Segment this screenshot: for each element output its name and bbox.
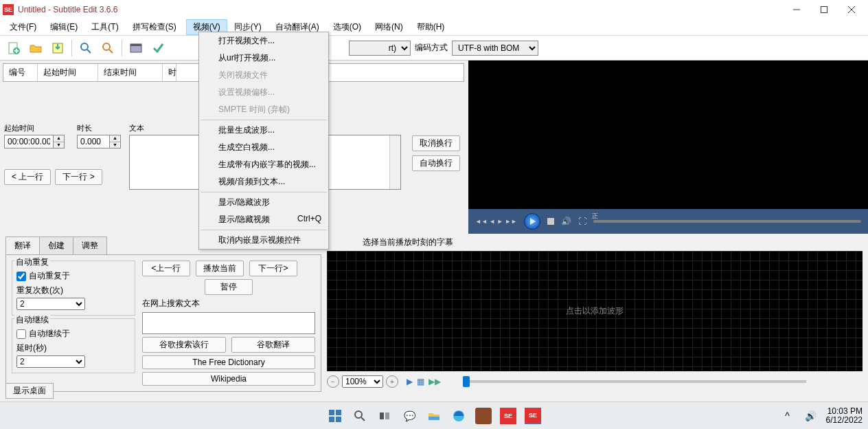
progress-bar[interactable]	[593, 220, 861, 223]
menu-help[interactable]: 帮助(H)	[410, 19, 452, 35]
taskbar-chat-icon[interactable]: 💬	[401, 408, 418, 424]
svg-rect-15	[429, 417, 439, 420]
svg-point-4	[81, 43, 88, 50]
play-button[interactable]	[524, 213, 540, 230]
fullscreen-button[interactable]: ⛶	[578, 217, 586, 226]
waveform-toolbar: − 100% + ▶ ▦ ▶▶	[327, 373, 863, 390]
skip-buttons[interactable]: ◄◄ ◄ ► ►►	[475, 218, 517, 225]
duration-input[interactable]	[77, 135, 110, 148]
tab-adjust[interactable]: 调整	[73, 236, 107, 254]
menu-batch-gen-waveform[interactable]: 批量生成波形...	[199, 122, 328, 139]
start-button[interactable]	[327, 408, 343, 424]
spellcheck-button[interactable]	[148, 38, 168, 58]
format-select[interactable]: rt)	[349, 41, 411, 56]
search-web-input[interactable]	[142, 312, 315, 334]
replace-button[interactable]	[98, 38, 117, 58]
svg-point-5	[103, 43, 110, 50]
start-time-input[interactable]	[4, 135, 54, 148]
zoom-in-button[interactable]: +	[386, 375, 398, 388]
menu-gen-embed-video[interactable]: 生成带有内嵌字幕的视频...	[199, 156, 328, 173]
menu-file[interactable]: 文件(F)	[3, 19, 43, 35]
zoom-out-button[interactable]: −	[327, 375, 339, 388]
tray-chevron-icon[interactable]: ^	[779, 408, 796, 424]
tray-clock[interactable]: 10:03 PM 6/12/2022	[826, 407, 863, 425]
taskbar-explorer-icon[interactable]	[426, 408, 442, 424]
menu-gen-blank-video[interactable]: 生成空白视频...	[199, 139, 328, 156]
taskbar-se-icon-active[interactable]: SE	[525, 408, 541, 424]
maximize-button[interactable]	[810, 0, 838, 19]
new-file-button[interactable]	[4, 38, 23, 58]
menu-cancel-embed-controls[interactable]: 取消内嵌显示视频控件	[199, 232, 328, 249]
task-view-icon[interactable]	[376, 408, 393, 424]
waveform-slider-thumb[interactable]	[463, 376, 470, 387]
zoom-select[interactable]: 100%	[342, 375, 383, 388]
search-button[interactable]	[76, 38, 95, 58]
volume-button[interactable]: 🔊	[561, 217, 571, 226]
tab-translate[interactable]: 翻译	[5, 236, 40, 254]
menu-open-video-file[interactable]: 打开视频文件...	[199, 32, 328, 50]
auto-continue-checkbox[interactable]	[16, 329, 26, 339]
auto-repeat-checkbox[interactable]	[16, 272, 26, 281]
menu-toggle-waveform[interactable]: 显示/隐藏波形	[199, 194, 328, 211]
cancel-wrap-button[interactable]: 取消换行	[412, 135, 460, 151]
taskbar-search-icon[interactable]	[352, 408, 368, 424]
stop-button[interactable]	[547, 218, 554, 225]
pause-button[interactable]: 暂停	[205, 279, 253, 295]
menu-network[interactable]: 网络(N)	[368, 19, 410, 35]
wave-skip-button[interactable]: ▶▶	[429, 377, 441, 386]
auto-repeat-label: 自动重复	[14, 256, 50, 268]
menu-toggle-video[interactable]: 显示/隐藏视频Ctrl+Q	[199, 211, 328, 228]
text-scrollbar[interactable]	[389, 135, 400, 189]
menu-options[interactable]: 选项(O)	[326, 19, 368, 35]
duration-label: 时长	[77, 123, 121, 133]
toolbar: rt) 编码方式 UTF-8 with BOM	[0, 36, 868, 60]
svg-rect-9	[336, 410, 341, 415]
waveform-slider[interactable]	[463, 380, 806, 383]
prev-line-button[interactable]: < 上一行	[4, 169, 51, 185]
taskbar-edge-icon[interactable]	[450, 408, 467, 424]
repeat-count-select[interactable]: 2	[16, 298, 85, 310]
visual-sync-button[interactable]	[126, 38, 146, 58]
open-file-button[interactable]	[26, 38, 45, 58]
close-button[interactable]	[838, 0, 865, 19]
next-line-button[interactable]: 下一行 >	[55, 169, 102, 185]
prev-line-play-button[interactable]: <上一行	[142, 261, 190, 276]
search-web-label: 在网上搜索文本	[142, 298, 315, 309]
free-dictionary-button[interactable]: The Free Dictionary	[142, 355, 315, 369]
play-current-button[interactable]: 播放当前	[196, 261, 244, 276]
wave-grid-button[interactable]: ▦	[417, 377, 424, 386]
menu-video-to-text[interactable]: 视频/音频到文本...	[199, 173, 328, 190]
start-time-stepper[interactable]: ▲▼	[54, 135, 65, 148]
taskbar-se-icon[interactable]: SE	[500, 408, 516, 424]
google-search-line-button[interactable]: 谷歌搜索该行	[142, 337, 226, 353]
col-start[interactable]: 起始时间	[38, 64, 98, 81]
waveform-hint: 点击以添加波形	[566, 305, 624, 317]
google-translate-button[interactable]: 谷歌翻译	[231, 337, 315, 353]
delay-select[interactable]: 2	[16, 355, 85, 368]
duration-stepper[interactable]: ▲▼	[110, 135, 121, 148]
play-wave-button[interactable]: ▶	[407, 377, 413, 386]
waveform-canvas[interactable]: 点击以添加波形	[327, 251, 863, 371]
col-duration[interactable]: 时	[163, 64, 176, 81]
menu-tools[interactable]: 工具(T)	[84, 19, 125, 35]
col-end[interactable]: 结束时间	[98, 64, 163, 81]
save-button[interactable]	[48, 38, 67, 58]
svg-rect-8	[329, 410, 334, 415]
svg-rect-13	[380, 412, 384, 419]
tab-create[interactable]: 创建	[39, 236, 73, 254]
taskbar-app1-icon[interactable]	[475, 408, 492, 424]
clock-date: 6/12/2022	[826, 416, 863, 425]
taskbar: 💬 SE SE ^ 🔊 10:03 PM 6/12/2022	[0, 402, 868, 429]
app-icon: SE	[3, 4, 14, 15]
wikipedia-button[interactable]: Wikipedia	[142, 372, 315, 386]
next-line-play-button[interactable]: 下一行>	[249, 261, 297, 276]
auto-wrap-button[interactable]: 自动换行	[412, 155, 460, 171]
col-number[interactable]: 编号	[3, 64, 38, 81]
show-desktop-button[interactable]: 显示桌面	[5, 383, 54, 399]
minimize-button[interactable]	[783, 0, 810, 19]
menu-spell[interactable]: 拼写检查(S)	[126, 19, 183, 35]
menu-edit[interactable]: 编辑(E)	[43, 19, 84, 35]
encoding-select[interactable]: UTF-8 with BOM	[452, 41, 538, 56]
menu-open-video-url[interactable]: 从url打开视频...	[199, 50, 328, 67]
tray-volume-icon[interactable]: 🔊	[803, 408, 819, 424]
